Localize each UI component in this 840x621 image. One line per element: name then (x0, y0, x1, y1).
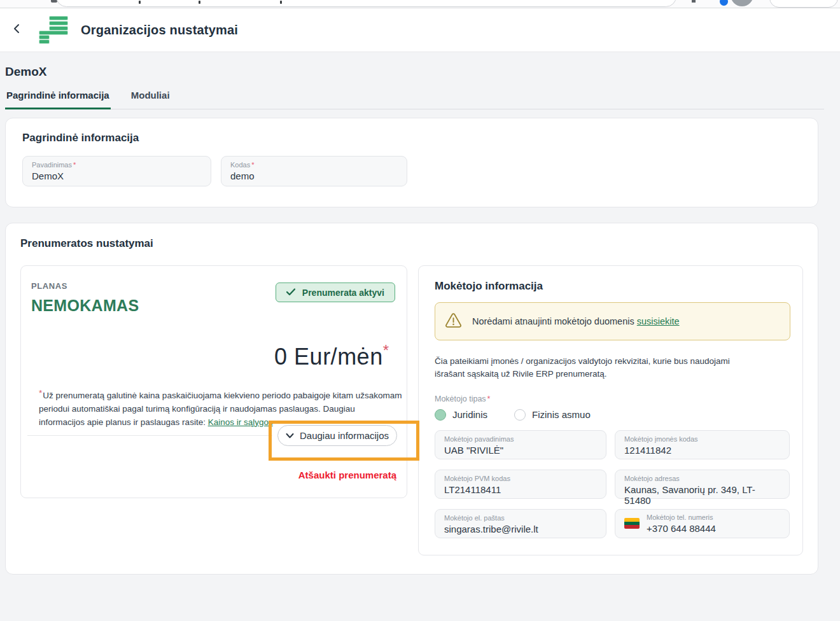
payer-description: Čia pateikiami įmonės / organizacijos va… (435, 355, 740, 381)
radio-selected-icon (435, 409, 446, 421)
browser-profile-avatar[interactable] (731, 0, 753, 6)
payer-info-card: Mokėtojo informacija Norėdami atnaujinti… (418, 265, 803, 555)
contact-us-link[interactable]: susisiekite (637, 316, 680, 326)
warning-triangle-icon (445, 312, 462, 331)
payer-warning-banner: Norėdami atnaujinti mokėtojo duomenis su… (435, 302, 790, 340)
code-field[interactable]: Kodas* demo (221, 156, 407, 186)
general-info-card: Pagrindinė informacija Pavadinimas* Demo… (5, 118, 818, 207)
payer-phone-field[interactable]: Mokėtojo tel. numeris +370 644 88444 (615, 509, 790, 538)
subscription-status-badge: Prenumerata aktyvi (276, 283, 395, 302)
plan-price: 0 Eur/mėn* (31, 342, 395, 370)
payer-company-code-field[interactable]: Mokėtojo įmonės kodas 121411842 (615, 430, 790, 459)
tab-pagrindine-informacija[interactable]: Pagrindinė informacija (5, 87, 111, 109)
warning-text: Norėdami atnaujinti mokėtojo duomenis su… (472, 316, 680, 326)
price-asterisk: * (383, 342, 389, 359)
chevron-left-icon (12, 24, 21, 36)
code-field-value: demo (230, 171, 398, 181)
payer-address-field[interactable]: Mokėtojo adresas Kaunas, Savanorių pr. 3… (615, 470, 790, 499)
subscription-settings-card: Prenumeratos nustatymai PLANAS NEMOKAMAS… (5, 223, 818, 575)
status-badge-text: Prenumerata aktyvi (302, 288, 384, 298)
annotation-highlight-box: Daugiau informacijos (269, 421, 419, 461)
code-field-label: Kodas* (230, 161, 398, 169)
url-text-fragment (199, 1, 200, 4)
main-content: DemoX Pagrindinė informacija Moduliai Pa… (0, 65, 840, 575)
notification-badge (720, 0, 728, 6)
plan-name: NEMOKAMAS (31, 297, 139, 315)
check-icon (286, 288, 295, 298)
payer-info-title: Mokėtojo informacija (435, 280, 790, 293)
divider (27, 435, 272, 436)
address-bar[interactable] (56, 0, 676, 7)
page-title: Organizacijos nustatymai (81, 23, 238, 38)
browser-chrome (0, 0, 840, 8)
payer-vat-code-field[interactable]: Mokėtojo PVM kodas LT214118411 (435, 470, 606, 499)
more-info-button-label: Daugiau informacijos (300, 430, 389, 441)
plan-card: PLANAS NEMOKAMAS Prenumerata aktyvi 0 Eu… (20, 265, 407, 498)
radio-fizinis-asmuo[interactable]: Fizinis asmuo (514, 409, 591, 421)
organization-name: DemoX (5, 65, 823, 79)
url-text-fragment (139, 1, 141, 4)
radio-unselected-icon (514, 409, 526, 421)
page-header: Organizacijos nustatymai (0, 8, 840, 52)
plan-label: PLANAS (31, 281, 139, 291)
payer-type-label: Mokėtojo tipas* (435, 394, 790, 403)
browser-profile-button[interactable] (769, 0, 838, 8)
more-info-button[interactable]: Daugiau informacijos (277, 425, 397, 446)
payer-type-radio-group: Juridinis Fizinis asmuo (435, 409, 790, 421)
radio-juridinis[interactable]: Juridinis (435, 409, 487, 421)
name-field[interactable]: Pavadinimas* DemoX (22, 156, 211, 186)
extensions-icon[interactable] (692, 0, 696, 3)
cancel-subscription-link[interactable]: Atšaukti prenumeratą (298, 470, 396, 480)
name-field-value: DemoX (32, 171, 202, 181)
tab-bar: Pagrindinė informacija Moduliai (5, 87, 824, 109)
rivile-logo-icon (39, 17, 67, 44)
general-info-title: Pagrindinė informacija (22, 132, 801, 144)
lithuania-flag-icon (624, 518, 640, 529)
url-text-fragment (280, 1, 282, 4)
payer-name-field[interactable]: Mokėtojo pavadinimas UAB "RIVILĖ" (435, 430, 606, 459)
payer-email-field[interactable]: Mokėtojo el. paštas singaras.tribe@rivil… (435, 509, 606, 538)
payer-fields-grid: Mokėtojo pavadinimas UAB "RIVILĖ" Mokėto… (435, 430, 790, 538)
pricing-terms-link[interactable]: Kainos ir sąlygos (208, 417, 273, 427)
back-button[interactable] (5, 18, 28, 41)
subscription-settings-title: Prenumeratos nustatymai (20, 237, 803, 250)
note-asterisk: * (39, 388, 42, 398)
name-field-label: Pavadinimas* (32, 161, 202, 169)
tab-moduliai[interactable]: Moduliai (130, 87, 171, 109)
chevron-down-icon (286, 430, 294, 441)
